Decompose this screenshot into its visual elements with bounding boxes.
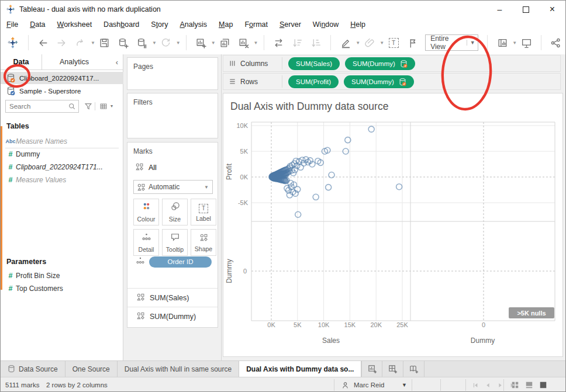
colour-icon (142, 202, 151, 214)
close-button[interactable]: × (539, 1, 565, 18)
duplicate-sheet-icon[interactable] (218, 35, 232, 50)
menu-analysis[interactable]: Analysis (174, 18, 213, 31)
menu-dashboard[interactable]: Dashboard (98, 18, 145, 31)
redo-icon[interactable] (55, 35, 69, 50)
pages-label: Pages (127, 58, 218, 71)
sort-ascending-icon[interactable] (290, 35, 304, 50)
chevron-down-icon[interactable]: ▼ (211, 40, 216, 46)
field-item[interactable]: AbcMeasure Names (1, 135, 123, 148)
highlight-icon[interactable] (339, 35, 353, 50)
collapse-sidebar-icon[interactable]: ‹ (116, 54, 123, 70)
columns-shelf[interactable]: Columns SUM(Sales)SUM(Dummy) (223, 55, 561, 72)
marks-section-sum-sales-[interactable]: SUM(Sales) (127, 288, 218, 307)
data-source-item[interactable]: Sample - Superstore (1, 85, 123, 97)
sort-descending-icon[interactable] (309, 35, 323, 50)
chevron-down-icon[interactable]: ▼ (91, 40, 95, 46)
fix-axes-icon[interactable] (405, 35, 419, 50)
sheet-tab-one-source[interactable]: One Source (65, 361, 118, 377)
field-item[interactable]: #Profit Bin Size (1, 269, 123, 282)
order-id-pill[interactable]: Order ID (149, 256, 212, 268)
pause-updates-icon[interactable] (135, 35, 149, 50)
single-view-icon[interactable] (539, 381, 547, 389)
swap-rows-columns-icon[interactable] (271, 35, 285, 50)
chevron-down-icon[interactable]: ▼ (379, 40, 384, 46)
pages-shelf[interactable]: Pages (127, 57, 218, 90)
columns-icon (228, 59, 237, 68)
search-input[interactable] (6, 103, 68, 110)
divider (95, 102, 95, 110)
field-label: Profit Bin Size (16, 272, 60, 280)
group-members-icon[interactable] (363, 35, 377, 50)
shape-button[interactable]: Shape (191, 229, 216, 256)
filters-shelf[interactable]: Filters (127, 93, 218, 138)
maximize-button[interactable] (513, 1, 539, 18)
replay-icon[interactable] (74, 35, 88, 50)
first-page-icon[interactable] (472, 381, 479, 389)
menu-file[interactable]: File (1, 18, 24, 31)
chevron-down-icon[interactable]: ▼ (512, 40, 517, 46)
chevron-down-icon[interactable]: ▼ (152, 40, 157, 46)
chevron-down-icon[interactable]: ▼ (254, 40, 258, 46)
chevron-down-icon[interactable]: ▼ (402, 377, 407, 392)
tooltip-button[interactable]: Tooltip (162, 229, 188, 256)
sheet-tab-dual-axis-with-dummy-data-so-[interactable]: Dual Axis with Dummy data so... (239, 361, 361, 377)
field-item[interactable]: #Measure Values (1, 174, 123, 186)
chevron-down-icon[interactable]: ▼ (176, 40, 181, 46)
chevron-down-icon[interactable]: ▾ (111, 103, 113, 109)
new-datasource-icon[interactable] (116, 35, 130, 50)
new-dashboard-tab-icon[interactable] (382, 361, 403, 377)
view-options-icon[interactable] (99, 102, 108, 111)
null-indicator-badge[interactable]: >5K nulls (509, 307, 554, 318)
menu-server[interactable]: Server (274, 18, 307, 31)
pill-sum-profit-[interactable]: SUM(Profit) (288, 75, 339, 88)
show-me-icon[interactable] (495, 35, 509, 50)
new-worksheet-tab-icon[interactable] (361, 361, 382, 377)
menu-map[interactable]: Map (213, 18, 239, 31)
colour-button[interactable]: Colour (133, 199, 159, 226)
minimize-button[interactable]: – (486, 1, 513, 18)
tab-data[interactable]: Data (1, 54, 42, 70)
menu-story[interactable]: Story (145, 18, 174, 31)
menu-worksheet[interactable]: Worksheet (51, 18, 98, 31)
menu-data[interactable]: Data (24, 18, 51, 31)
sheet-tab-dual-axis-with-null-in-same-so[interactable]: Dual Axis with Null in same source (118, 361, 239, 377)
marks-section-sum-dummy-[interactable]: SUM(Dummy) (127, 307, 218, 325)
label-button[interactable]: TLabel (191, 199, 216, 226)
marks-all-row[interactable]: All (136, 162, 157, 173)
menu-window[interactable]: Window (307, 18, 344, 31)
sheet-tab-data-source[interactable]: Data Source (1, 361, 65, 377)
menu-format[interactable]: Format (239, 18, 274, 31)
fit-mode-select[interactable]: Entire View▼ (425, 34, 478, 51)
tab-analytics[interactable]: Analytics (42, 54, 106, 70)
menu-help[interactable]: Help (344, 18, 371, 31)
undo-icon[interactable] (36, 35, 50, 50)
pill-sum-sales-[interactable]: SUM(Sales) (288, 57, 340, 70)
mark-type-select[interactable]: Automatic ▼ (133, 180, 213, 194)
clear-sheet-icon[interactable] (237, 35, 251, 50)
save-icon[interactable] (98, 35, 112, 50)
detail-button[interactable]: Detail (133, 229, 159, 256)
presentation-mode-icon[interactable] (519, 35, 533, 50)
show-mark-labels-icon[interactable]: T (386, 35, 401, 50)
data-source-item[interactable]: Clipboard_20220924T17... (1, 72, 123, 84)
field-item[interactable]: #Dummy (1, 148, 123, 161)
new-story-tab-icon[interactable] (403, 361, 424, 377)
share-icon[interactable] (549, 35, 563, 50)
run-updates-icon[interactable] (159, 35, 173, 50)
rows-shelf[interactable]: Rows SUM(Profit)SUM(Dummy) (223, 73, 561, 90)
prev-page-icon[interactable] (484, 381, 492, 389)
pill-sum-dummy-[interactable]: SUM(Dummy) (344, 75, 414, 88)
filmstrip-view-icon[interactable] (525, 381, 533, 389)
pill-label: SUM(Dummy) (353, 60, 395, 67)
user-name[interactable]: Marc Reid (354, 377, 384, 392)
pill-sum-dummy-[interactable]: SUM(Dummy) (345, 57, 415, 70)
tableau-start-icon[interactable] (6, 35, 20, 50)
chevron-down-icon[interactable]: ▼ (356, 40, 360, 46)
new-worksheet-icon[interactable] (194, 35, 208, 50)
field-item[interactable]: #Top Customers (1, 282, 123, 295)
label-icon: T (199, 202, 208, 213)
field-item[interactable]: #Clipboard_20220924T171... (1, 161, 123, 174)
filter-fields-icon[interactable] (84, 102, 93, 111)
size-button[interactable]: Size (162, 199, 188, 226)
show-tabs-view-icon[interactable] (511, 381, 519, 389)
